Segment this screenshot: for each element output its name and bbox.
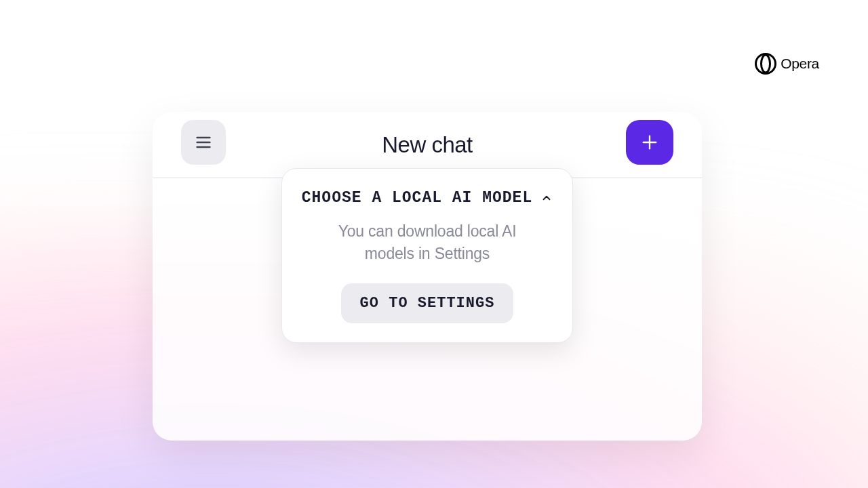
- dropdown-subtitle: You can download local AI models in Sett…: [300, 220, 555, 266]
- go-to-settings-button[interactable]: GO TO SETTINGS: [341, 283, 514, 323]
- brand-logo: Opera: [755, 53, 819, 75]
- model-selector-toggle[interactable]: CHOOSE A LOCAL AI MODEL: [300, 189, 555, 207]
- model-selector-dropdown: CHOOSE A LOCAL AI MODEL You can download…: [281, 168, 573, 343]
- hamburger-icon: [194, 133, 213, 152]
- page-title: New chat: [382, 132, 473, 158]
- new-chat-button[interactable]: [626, 120, 673, 165]
- chat-card: New chat CHOOSE A LOCAL AI MODEL You can…: [153, 112, 702, 441]
- dropdown-title: CHOOSE A LOCAL AI MODEL: [302, 189, 532, 207]
- svg-point-1: [762, 55, 770, 73]
- brand-name: Opera: [781, 56, 819, 72]
- menu-button[interactable]: [181, 120, 226, 165]
- opera-logo-icon: [755, 53, 776, 75]
- chevron-up-icon: [540, 192, 553, 204]
- plus-icon: [640, 133, 659, 152]
